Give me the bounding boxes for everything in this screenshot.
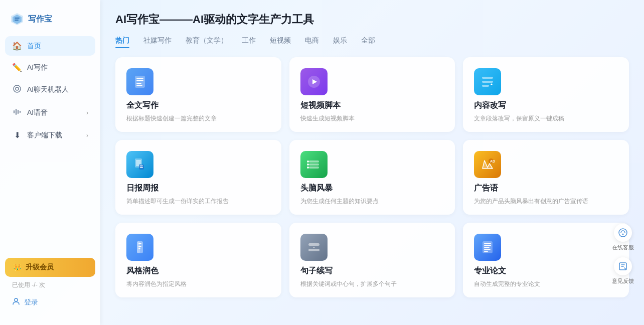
- svg-rect-26: [309, 160, 319, 162]
- svg-rect-6: [18, 110, 19, 114]
- card-advertisement[interactable]: AD 广告语 为您的产品头脑风暴出有创意的广告宣传语: [463, 140, 629, 215]
- card-full-writing-title: 全文写作: [126, 100, 270, 111]
- card-ad-title: 广告语: [474, 183, 618, 194]
- svg-rect-40: [308, 249, 319, 251]
- card-brainstorm[interactable]: 头脑风暴 为您生成任何主题的知识要点: [289, 140, 455, 215]
- svg-rect-10: [136, 78, 143, 79]
- svg-rect-17: [482, 81, 493, 83]
- card-short-video-script[interactable]: 短视频脚本 快速生成短视频脚本: [289, 57, 455, 132]
- sidebar-item-home[interactable]: 🏠 首页: [5, 36, 95, 56]
- card-style-title: 风格润色: [126, 266, 270, 276]
- svg-rect-22: [136, 165, 139, 166]
- svg-point-30: [307, 164, 309, 166]
- float-buttons: 在线客服 意见反馈: [610, 224, 636, 285]
- tab-ecommerce[interactable]: 电商: [305, 36, 319, 47]
- card-report-desc: 简单描述即可生成一份详实的工作报告: [126, 197, 270, 206]
- card-content-rewrite[interactable]: 内容改写 文章段落改写，保留原义一键成稿: [463, 57, 629, 132]
- card-continue-desc: 根据关键词或中心句，扩展多个句子: [300, 279, 444, 288]
- svg-rect-7: [20, 111, 21, 113]
- card-ad-icon: AD: [474, 151, 501, 178]
- online-service-label: 在线客服: [612, 244, 634, 251]
- svg-point-29: [307, 160, 309, 162]
- download-icon: ⬇: [12, 130, 22, 140]
- svg-rect-11: [136, 80, 143, 81]
- svg-rect-36: [138, 243, 141, 244]
- card-rewrite-title: 内容改写: [474, 100, 618, 111]
- card-thesis-desc: 自动生成完整的专业论文: [474, 279, 618, 288]
- user-icon: [12, 297, 20, 307]
- card-thesis-icon: [474, 234, 501, 261]
- card-full-writing-desc: 根据标题快速创建一篇完整的文章: [126, 114, 270, 123]
- card-continue-icon: [300, 234, 328, 261]
- tab-work[interactable]: 工作: [242, 36, 256, 47]
- card-rewrite-desc: 文章段落改写，保留原义一键成稿: [474, 114, 618, 123]
- svg-rect-24: [140, 166, 143, 167]
- main-content: AI写作宝———AI驱动的文字生产力工具 热门 社媒写作 教育（文学） 工作 短…: [100, 0, 644, 325]
- tab-bar: 热门 社媒写作 教育（文学） 工作 短视频 电商 娱乐 全部: [115, 36, 629, 47]
- svg-rect-5: [16, 109, 17, 115]
- card-thesis[interactable]: 专业论文 自动生成完整的专业论文: [463, 223, 629, 297]
- sidebar-item-ai-writing-label: AI写作: [27, 63, 48, 72]
- sidebar-item-home-label: 首页: [27, 42, 41, 51]
- feedback-button[interactable]: 意见反馈: [610, 257, 636, 285]
- chevron-right-icon-2: ›: [86, 132, 88, 139]
- sidebar-item-client-download[interactable]: ⬇ 客户端下载 ›: [5, 125, 95, 145]
- tab-social[interactable]: 社媒写作: [143, 36, 172, 47]
- logo-icon: [10, 12, 24, 26]
- logo-text: 写作宝: [28, 14, 52, 25]
- svg-point-48: [622, 234, 624, 235]
- card-report-title: 日报周报: [126, 183, 270, 194]
- sidebar-item-ai-voice[interactable]: AI语音 ›: [5, 102, 95, 123]
- chat-icon: [12, 84, 22, 95]
- tab-short-video[interactable]: 短视频: [270, 36, 291, 47]
- voice-icon: [12, 107, 22, 118]
- svg-rect-46: [484, 251, 488, 252]
- svg-text:AD: AD: [490, 159, 495, 163]
- card-rewrite-icon: [474, 68, 501, 95]
- sidebar-nav: 🏠 首页 ✏️ AI写作 AI聊天机器人: [0, 36, 100, 252]
- upgrade-button[interactable]: 👑 升级会员: [5, 258, 95, 277]
- svg-rect-4: [14, 110, 15, 113]
- sidebar-item-ai-chat-label: AI聊天机器人: [27, 85, 69, 94]
- chevron-right-icon: ›: [86, 109, 88, 116]
- service-icon: [614, 224, 632, 242]
- card-brainstorm-icon: [300, 151, 328, 178]
- svg-rect-45: [484, 249, 491, 250]
- svg-rect-42: [484, 243, 491, 244]
- card-brainstorm-desc: 为您生成任何主题的知识要点: [300, 197, 444, 206]
- card-report-icon: [126, 151, 153, 178]
- card-full-writing[interactable]: 全文写作 根据标题快速创建一篇完整的文章: [115, 57, 281, 132]
- sidebar-item-ai-chat[interactable]: AI聊天机器人: [5, 79, 95, 100]
- svg-rect-25: [140, 167, 143, 168]
- login-button[interactable]: 登录: [5, 293, 95, 311]
- card-thesis-title: 专业论文: [474, 266, 618, 276]
- usage-text: 已使用 -/- 次: [5, 281, 95, 289]
- tab-entertainment[interactable]: 娱乐: [333, 36, 347, 47]
- svg-rect-43: [484, 245, 491, 246]
- page-title: AI写作宝———AI驱动的文字生产力工具: [115, 12, 629, 27]
- card-writing-icon: [126, 68, 153, 95]
- card-brainstorm-title: 头脑风暴: [300, 183, 444, 194]
- online-service-button[interactable]: 在线客服: [610, 224, 636, 251]
- card-sentence-continue[interactable]: 句子续写 根据关键词或中心句，扩展多个句子: [289, 223, 455, 297]
- tab-education[interactable]: 教育（文学）: [186, 36, 228, 47]
- svg-rect-44: [484, 247, 490, 248]
- tab-all[interactable]: 全部: [361, 36, 375, 47]
- svg-rect-27: [309, 164, 319, 166]
- card-daily-report[interactable]: 日报周报 简单描述即可生成一份详实的工作报告: [115, 140, 281, 215]
- card-style-tone[interactable]: 风格润色 将内容润色为指定风格: [115, 223, 281, 297]
- svg-rect-18: [482, 85, 489, 87]
- tab-hot[interactable]: 热门: [115, 36, 129, 47]
- svg-rect-13: [136, 85, 142, 86]
- svg-rect-37: [138, 246, 141, 247]
- sidebar: 写作宝 🏠 首页 ✏️ AI写作 AI聊天机器人: [0, 0, 100, 325]
- svg-rect-39: [308, 243, 319, 246]
- pencil-icon: ✏️: [12, 63, 22, 72]
- card-video-script-desc: 快速生成短视频脚本: [300, 114, 444, 123]
- svg-point-2: [14, 85, 21, 92]
- svg-point-47: [619, 229, 627, 237]
- feedback-label: 意见反馈: [612, 277, 634, 285]
- sidebar-item-ai-writing[interactable]: ✏️ AI写作: [5, 58, 95, 77]
- sidebar-item-client-download-label: 客户端下载: [27, 131, 62, 140]
- svg-rect-28: [309, 167, 319, 169]
